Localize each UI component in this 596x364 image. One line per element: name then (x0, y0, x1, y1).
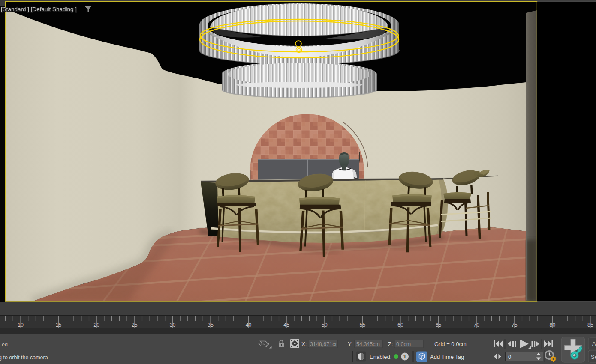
svg-text:1: 1 (403, 354, 406, 360)
svg-text:70: 70 (473, 322, 479, 328)
svg-text:20: 20 (93, 322, 99, 328)
svg-text:45: 45 (283, 322, 289, 328)
svg-text:Add Time Tag: Add Time Tag (430, 354, 464, 360)
svg-text:85: 85 (587, 322, 593, 328)
svg-text:35: 35 (208, 322, 214, 328)
svg-text:X:: X: (301, 341, 307, 347)
svg-text:g to orbit the camera: g to orbit the camera (0, 355, 48, 361)
svg-text:54,345cm: 54,345cm (356, 341, 380, 347)
svg-text:Grid = 0,0cm: Grid = 0,0cm (434, 341, 467, 347)
svg-text:75: 75 (512, 322, 518, 328)
svg-text:10: 10 (18, 322, 24, 328)
svg-text:30: 30 (169, 322, 175, 328)
svg-text:55: 55 (359, 322, 365, 328)
svg-text:A: A (592, 340, 596, 347)
svg-text:0,0cm: 0,0cm (396, 341, 411, 347)
svg-text:80: 80 (549, 322, 555, 328)
svg-text:Y:: Y: (348, 341, 353, 347)
svg-text:60: 60 (397, 322, 403, 328)
svg-text:3148,671cm: 3148,671cm (310, 341, 340, 347)
svg-text:50: 50 (322, 322, 328, 328)
svg-text:0: 0 (508, 354, 511, 360)
svg-text:25: 25 (132, 322, 138, 328)
svg-text:[Standard ] [Default Shading ]: [Standard ] [Default Shading ] (1, 6, 77, 12)
svg-text:15: 15 (56, 322, 62, 328)
svg-text:Z:: Z: (388, 341, 393, 347)
svg-text:40: 40 (246, 322, 252, 328)
svg-text:Enabled:: Enabled: (370, 354, 391, 360)
svg-text:65: 65 (436, 322, 442, 328)
svg-text:ed: ed (2, 342, 8, 348)
svg-text:Se: Se (591, 354, 596, 360)
